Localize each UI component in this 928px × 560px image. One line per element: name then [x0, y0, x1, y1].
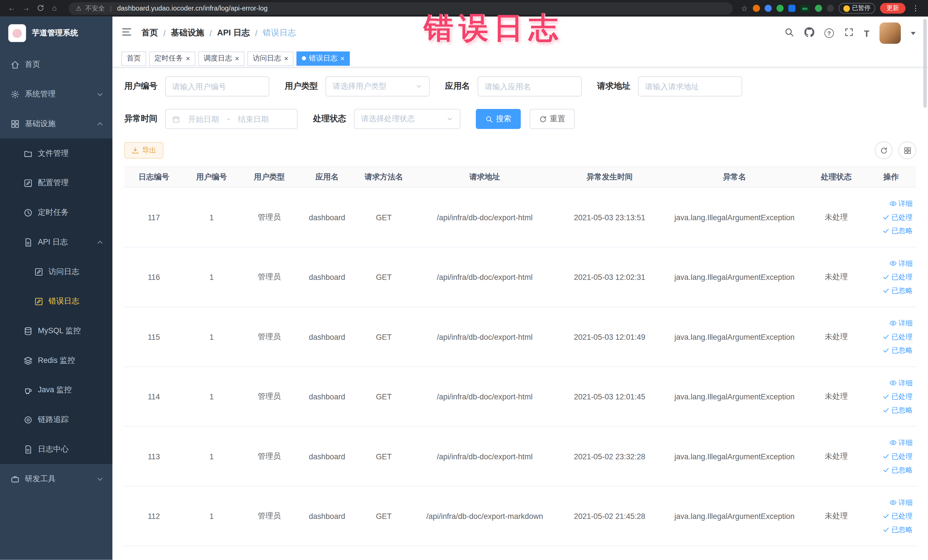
action-label: 已处理 [891, 391, 913, 401]
breadcrumb-item[interactable]: 基础设施 [171, 28, 204, 38]
bookmark-star-icon[interactable]: ☆ [741, 4, 748, 12]
app-name-input[interactable] [485, 82, 575, 91]
detail-link[interactable]: 详细 [890, 497, 913, 508]
avatar[interactable] [879, 23, 901, 44]
active-dot-icon [302, 56, 306, 61]
sidebar-item-mysql-monitor[interactable]: MySQL 监控 [0, 316, 112, 346]
cell-user-id: 1 [183, 307, 240, 367]
github-icon[interactable] [804, 27, 814, 40]
ignored-link[interactable]: 已忽略 [882, 525, 913, 535]
filter-row-1: 用户编号 用户类型 请选择用户类型 应用名 请求地址 [124, 76, 916, 97]
close-icon[interactable]: × [186, 55, 190, 62]
action-label: 详细 [898, 497, 913, 508]
extension-icon[interactable] [826, 5, 833, 12]
detail-link[interactable]: 详细 [890, 438, 913, 448]
export-button[interactable]: 导出 [124, 142, 163, 159]
processed-link[interactable]: 已处理 [882, 391, 913, 401]
ignored-link[interactable]: 已忽略 [882, 465, 913, 475]
browser-update-button[interactable]: 更新 [880, 3, 905, 14]
cell-actions: 详细 已处理 已忽略 [866, 188, 916, 247]
sidebar-item-java-monitor[interactable]: Java 监控 [0, 375, 112, 405]
sidebar-item-redis-monitor[interactable]: Redis 监控 [0, 346, 112, 375]
detail-link[interactable]: 详细 [890, 198, 913, 209]
extension-icon[interactable] [764, 5, 771, 12]
tab-access-log[interactable]: 访问日志× [247, 51, 293, 65]
processed-link[interactable]: 已处理 [882, 212, 913, 222]
breadcrumb-item[interactable]: API 日志 [217, 28, 250, 38]
browser-menu-icon[interactable]: ⋮ [910, 4, 921, 12]
detail-link[interactable]: 详细 [890, 378, 913, 388]
extension-on-badge[interactable]: on [800, 5, 810, 12]
ignored-link[interactable]: 已忽略 [882, 345, 913, 356]
extension-icon[interactable] [788, 5, 795, 12]
search-icon[interactable] [784, 27, 794, 40]
sidebar-item-dashboard[interactable]: 首页 [0, 50, 112, 79]
cell-log-id: 112 [124, 486, 183, 546]
hamburger-icon[interactable] [121, 26, 132, 40]
user-id-input[interactable] [172, 82, 262, 91]
help-icon[interactable] [824, 29, 834, 38]
table-row: 112 1 管理员 dashboard GET /api/infra/db-do… [124, 486, 916, 546]
sidebar-item-file-mgmt[interactable]: 文件管理 [0, 138, 112, 168]
cell-app-name: dashboard [299, 426, 355, 487]
refresh-button[interactable] [875, 142, 892, 159]
reset-button[interactable]: 重置 [530, 109, 575, 129]
start-date-input[interactable] [183, 114, 224, 123]
processed-link[interactable]: 已处理 [882, 451, 913, 461]
sidebar-item-config-mgmt[interactable]: 配置管理 [0, 168, 112, 198]
cell-log-id: 115 [124, 307, 183, 367]
reload-icon[interactable] [34, 0, 46, 17]
extension-icon[interactable] [752, 5, 760, 12]
close-icon[interactable]: × [340, 55, 345, 62]
ignored-link[interactable]: 已忽略 [882, 226, 913, 236]
tab-schedule-log[interactable]: 调度日志× [198, 51, 244, 65]
cell-request-url: /api/infra/db-doc/export-markdown [412, 486, 557, 546]
avatar-caret-icon[interactable] [911, 32, 916, 35]
sidebar-item-dev-tools[interactable]: 研发工具 [0, 464, 112, 494]
forward-icon[interactable]: → [20, 0, 32, 17]
paused-badge[interactable]: 已暂停 [838, 3, 876, 14]
sidebar-logo[interactable]: 芋道管理系统 [0, 17, 112, 50]
tab-scheduled-tasks[interactable]: 定时任务× [149, 51, 195, 65]
tab-home[interactable]: 首页 [121, 51, 146, 65]
extension-icon[interactable] [776, 5, 783, 12]
user-type-select[interactable]: 请选择用户类型 [325, 76, 430, 97]
page-scrollbar[interactable] [923, 19, 926, 108]
detail-link[interactable]: 详细 [890, 318, 913, 328]
filter-label: 处理状态 [313, 113, 346, 124]
eye-icon [890, 260, 897, 267]
breadcrumb-item[interactable]: 首页 [142, 28, 158, 38]
sidebar-item-access-log[interactable]: 访问日志 [0, 257, 112, 287]
back-icon[interactable]: ← [6, 0, 18, 17]
sidebar-item-system-mgmt[interactable]: 系统管理 [0, 79, 112, 109]
date-range-picker[interactable]: - [165, 109, 298, 129]
detail-link[interactable]: 详细 [890, 258, 913, 269]
end-date-input[interactable] [232, 114, 274, 123]
sidebar-item-api-log[interactable]: API 日志 [0, 227, 112, 257]
sidebar-item-scheduled-tasks[interactable]: 定时任务 [0, 198, 112, 227]
extension-icon[interactable] [815, 5, 822, 12]
cell-time: 2021-05-03 12:01:49 [557, 307, 662, 367]
processed-link[interactable]: 已处理 [882, 511, 913, 521]
close-icon[interactable]: × [284, 55, 288, 62]
sidebar-item-infrastructure[interactable]: 基础设施 [0, 109, 112, 139]
close-icon[interactable]: × [235, 55, 240, 62]
sidebar-item-log-center[interactable]: 日志中心 [0, 435, 112, 464]
process-status-select[interactable]: 请选择处理状态 [354, 109, 461, 129]
sidebar-item-error-log[interactable]: 错误日志 [0, 287, 112, 316]
fullscreen-icon[interactable] [844, 27, 854, 40]
cell-time: 2021-05-03 23:13:51 [557, 188, 662, 247]
processed-link[interactable]: 已处理 [882, 272, 913, 282]
request-url-input[interactable] [645, 82, 735, 91]
tab-error-log[interactable]: 错误日志× [296, 51, 350, 65]
font-size-icon[interactable]: T [864, 28, 870, 38]
address-bar[interactable]: ⚠ 不安全 | dashboard.yudao.iocoder.cn/infra… [69, 2, 733, 15]
sidebar-item-tracing[interactable]: 链路追踪 [0, 405, 112, 435]
column-setting-button[interactable] [898, 142, 916, 159]
ignored-link[interactable]: 已忽略 [882, 285, 913, 296]
eye-icon [890, 439, 897, 446]
browser-home-icon[interactable]: ⌂ [49, 0, 60, 17]
ignored-link[interactable]: 已忽略 [882, 405, 913, 415]
search-button[interactable]: 搜索 [476, 109, 521, 129]
processed-link[interactable]: 已处理 [882, 332, 913, 342]
